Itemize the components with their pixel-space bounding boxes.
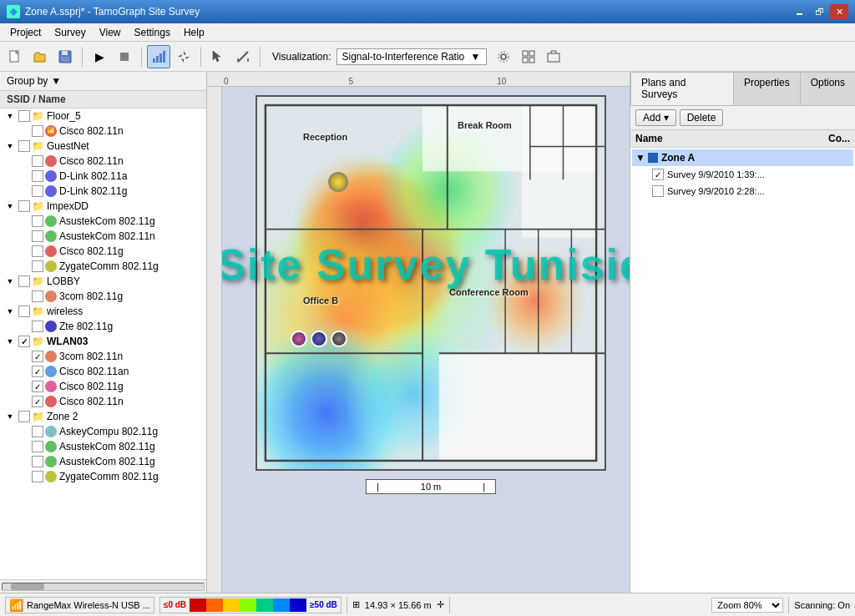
tree-item-zone2[interactable]: ▼ 📁 Zone 2 — [0, 409, 206, 424]
settings-button[interactable] — [492, 45, 515, 68]
tree-item-wlan03[interactable]: ▼ ✓ 📁 WLAN03 — [0, 334, 206, 349]
expand-lobby[interactable]: ▼ — [3, 275, 17, 288]
check-z2-asustkg2[interactable] — [32, 456, 43, 467]
check-im-ciscog[interactable] — [32, 245, 43, 257]
arrows-button[interactable] — [172, 45, 195, 68]
check-gn-dlink-g[interactable] — [32, 185, 43, 197]
check-wi-zte[interactable] — [32, 321, 43, 332]
close-button[interactable]: ✕ — [830, 4, 848, 19]
expand-wlan03[interactable]: ▼ — [3, 335, 17, 348]
check-im-zygateg[interactable] — [32, 260, 43, 272]
tree-item-floor5[interactable]: ▼ 📁 Floor_5 — [0, 109, 206, 124]
tree-item-wl-cisco-an[interactable]: ✓ Cisco 802.11an — [0, 364, 206, 379]
check-gn-cisco[interactable] — [32, 155, 43, 167]
survey-tree[interactable]: ▼ Zone A ✓ Survey 9/9/2010 1:39:... Surv… — [630, 148, 855, 593]
restore-button[interactable]: 🗗 — [810, 4, 828, 19]
survey-item-2[interactable]: Survey 9/9/2010 2:28:... — [632, 183, 853, 199]
tree-item-z2-asustek-g1[interactable]: AsustekCom 802.11g — [0, 439, 206, 454]
measure-button[interactable] — [231, 45, 255, 68]
tree-item-z2-askey[interactable]: AskeyCompu 802.11g — [0, 424, 206, 439]
tree-item-guestnet[interactable]: ▼ 📁 GuestNet — [0, 139, 206, 154]
svg-point-19 — [498, 52, 508, 62]
check-lob-3com[interactable] — [32, 290, 43, 302]
check-survey2[interactable] — [652, 185, 664, 197]
expand-zone2[interactable]: ▼ — [3, 410, 17, 423]
svg-marker-11 — [184, 57, 190, 59]
zone-a-row[interactable]: ▼ Zone A — [632, 149, 853, 166]
open-button[interactable] — [28, 45, 52, 68]
menu-settings[interactable]: Settings — [128, 25, 177, 40]
play-button[interactable]: ▶ — [88, 45, 111, 68]
survey-item-1[interactable]: ✓ Survey 9/9/2010 1:39:... — [632, 166, 853, 183]
check-wireless[interactable] — [18, 305, 30, 317]
check-f5-cisco[interactable] — [32, 125, 43, 137]
check-lobby[interactable] — [18, 275, 30, 287]
tree-item-wi-zte[interactable]: Zte 802.11g — [0, 319, 206, 334]
wifi-icon-wl-ciscoan — [45, 366, 57, 377]
check-wlan03[interactable]: ✓ — [18, 336, 30, 347]
tree-item-gn-cisco[interactable]: Cisco 802.11n — [0, 154, 206, 169]
add-button[interactable]: Add ▾ — [635, 109, 676, 126]
tab-plans-surveys[interactable]: Plans and Surveys — [630, 72, 734, 105]
check-zone2[interactable] — [18, 411, 30, 422]
check-z2-askey[interactable] — [32, 426, 43, 437]
check-im-asustkg1[interactable] — [32, 215, 43, 227]
check-floor5[interactable] — [18, 110, 30, 122]
tree-item-wl-3com[interactable]: ✓ 3com 802.11n — [0, 349, 206, 364]
check-im-asusktn[interactable] — [32, 230, 43, 242]
expand-impexdd[interactable]: ▼ — [3, 199, 17, 213]
map-viewport[interactable]: Reception Break Room Office B Conference… — [222, 87, 630, 593]
tree-item-im-asustek-n[interactable]: AsustekCom 802.11n — [0, 229, 206, 244]
group-by-bar[interactable]: Group by ▼ — [0, 72, 206, 91]
scale-label: 10 m — [421, 482, 441, 492]
minimize-button[interactable]: 🗕 — [790, 4, 808, 19]
tree-item-gn-dlink-a[interactable]: D-Link 802.11a — [0, 169, 206, 184]
check-wl-3com[interactable]: ✓ — [32, 351, 43, 362]
tree-item-wl-cisco-g[interactable]: ✓ Cisco 802.11g — [0, 379, 206, 394]
tree-item-f5-cisco[interactable]: 📶 Cisco 802.11n — [0, 124, 206, 139]
tree-item-im-asustek-g1[interactable]: AsustekCom 802.11g — [0, 214, 206, 229]
tree-item-lob-3com[interactable]: 3com 802.11g — [0, 289, 206, 304]
expand-floor5[interactable]: ▼ — [3, 109, 17, 123]
signal-button[interactable] — [147, 45, 170, 68]
check-gn-dlink-a[interactable] — [32, 170, 43, 182]
expand-guestnet[interactable]: ▼ — [3, 139, 17, 153]
save-button[interactable] — [53, 45, 77, 68]
grid-button[interactable] — [517, 45, 540, 68]
menu-project[interactable]: Project — [3, 25, 48, 40]
expand-wireless[interactable]: ▼ — [3, 305, 17, 318]
pointer-button[interactable] — [206, 45, 230, 68]
check-wl-cisco-g[interactable]: ✓ — [32, 381, 43, 392]
visualization-dropdown[interactable]: Signal-to-Interference Ratio ▼ — [336, 48, 487, 65]
tab-properties[interactable]: Properties — [733, 72, 801, 105]
check-impexdd[interactable] — [18, 200, 30, 212]
left-panel-scrollbar[interactable] — [0, 579, 206, 593]
delete-button[interactable]: Delete — [680, 109, 724, 126]
menu-help[interactable]: Help — [177, 25, 211, 40]
scroll-track[interactable] — [2, 583, 205, 591]
export-button[interactable] — [542, 45, 565, 68]
menu-view[interactable]: View — [93, 25, 128, 40]
menu-survey[interactable]: Survey — [48, 25, 92, 40]
scroll-thumb[interactable] — [11, 583, 44, 590]
tree-item-impexdd[interactable]: ▼ 📁 ImpexDD — [0, 199, 206, 214]
tree-item-im-cisco-g[interactable]: Cisco 802.11g — [0, 244, 206, 259]
stop-button[interactable] — [113, 45, 136, 68]
check-survey1[interactable]: ✓ — [652, 169, 664, 180]
tree-container[interactable]: ▼ 📁 Floor_5 📶 Cisco 802.11n ▼ 📁 GuestNet — [0, 109, 206, 579]
tab-options[interactable]: Options — [800, 72, 855, 105]
tree-item-wl-cisco-n[interactable]: ✓ Cisco 802.11n — [0, 394, 206, 409]
tree-item-lobby[interactable]: ▼ 📁 LOBBY — [0, 274, 206, 289]
new-button[interactable] — [3, 45, 27, 68]
tree-item-im-zygate-g[interactable]: ZygateComm 802.11g — [0, 259, 206, 274]
check-z2-asustkg1[interactable] — [32, 441, 43, 452]
tree-item-z2-zygate[interactable]: ZygateComm 802.11g — [0, 469, 206, 484]
check-z2-zygate[interactable] — [32, 471, 43, 482]
tree-item-z2-asustek-g2[interactable]: AsustekCom 802.11g — [0, 454, 206, 469]
check-guestnet[interactable] — [18, 140, 30, 152]
check-wl-cisco-an[interactable]: ✓ — [32, 366, 43, 377]
tree-item-gn-dlink-g[interactable]: D-Link 802.11g — [0, 184, 206, 199]
check-wl-cisco-n[interactable]: ✓ — [32, 396, 43, 407]
tree-item-wireless[interactable]: ▼ 📁 wireless — [0, 304, 206, 319]
zoom-select[interactable]: Zoom 80% Zoom 100% Zoom 50% — [711, 598, 783, 613]
